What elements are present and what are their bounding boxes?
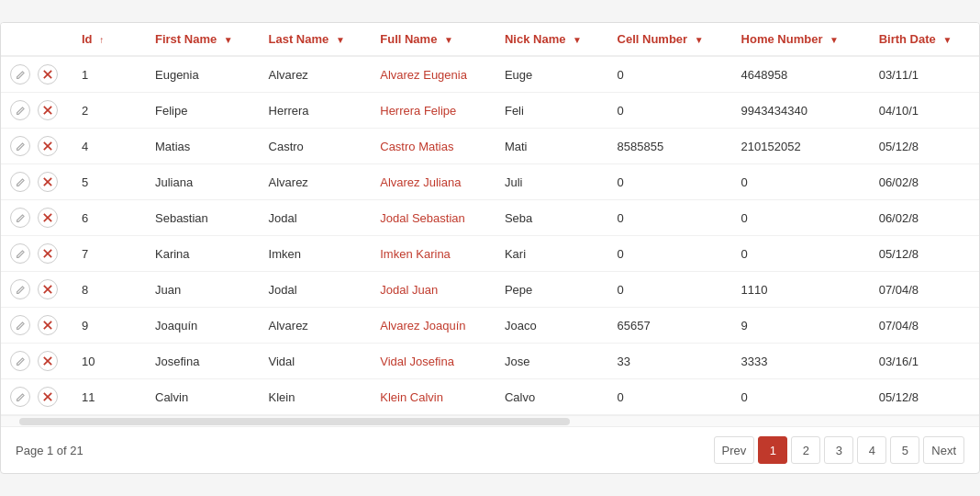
cell-lastname: Alvarez (262, 308, 373, 344)
page-4-button[interactable]: 4 (857, 436, 886, 464)
cell-birthdate: 07/04/8 (872, 308, 979, 344)
sort-icon-birthdate: ▼ (942, 35, 952, 45)
page-2-button[interactable]: 2 (791, 436, 820, 464)
col-header-id[interactable]: Id ↑ (74, 23, 148, 56)
cell-fullname[interactable]: Klein Calvin (373, 379, 497, 415)
table-footer: Page 1 of 21 Prev 1 2 3 4 5 Next (1, 426, 979, 473)
edit-button[interactable] (10, 208, 30, 228)
cell-cellnumber: 0 (610, 200, 734, 236)
edit-button[interactable] (10, 279, 30, 299)
col-header-firstname[interactable]: First Name ▼ (148, 23, 262, 56)
cell-firstname: Josefina (148, 344, 262, 379)
horizontal-scrollbar[interactable] (1, 415, 979, 426)
cell-fullname[interactable]: Herrera Felipe (373, 93, 497, 129)
col-header-birthdate[interactable]: Birth Date ▼ (872, 23, 979, 56)
cell-fullname[interactable]: Alvarez Juliana (373, 164, 497, 200)
col-header-cellnumber[interactable]: Cell Number ▼ (610, 23, 734, 56)
cell-lastname: Vidal (262, 344, 373, 379)
cell-fullname[interactable]: Jodal Juan (373, 272, 497, 308)
cell-birthdate: 03/11/1 (872, 56, 979, 93)
delete-button[interactable] (38, 208, 58, 228)
cell-firstname: Juliana (148, 164, 262, 200)
cell-id: 7 (74, 236, 148, 272)
cell-firstname: Felipe (148, 93, 262, 129)
col-header-homenumber[interactable]: Home Number ▼ (734, 23, 872, 56)
edit-button[interactable] (10, 172, 30, 192)
cell-cellnumber: 0 (610, 272, 734, 308)
page-3-button[interactable]: 3 (824, 436, 853, 464)
edit-button[interactable] (10, 136, 30, 156)
cell-homenumber: 9 (734, 308, 872, 344)
cell-fullname[interactable]: Alvarez Joaquín (373, 308, 497, 344)
delete-button[interactable] (38, 64, 58, 85)
cell-id: 11 (74, 379, 148, 415)
row-actions (1, 344, 74, 379)
cell-lastname: Imken (262, 236, 373, 272)
cell-id: 10 (74, 344, 148, 379)
prev-button[interactable]: Prev (714, 436, 755, 464)
cell-homenumber: 3333 (734, 344, 872, 379)
col-header-nickname[interactable]: Nick Name ▼ (497, 23, 610, 56)
table-row: 4 Matias Castro Castro Matias Mati 85858… (1, 129, 979, 164)
edit-button[interactable] (10, 100, 30, 120)
table-row: 8 Juan Jodal Jodal Juan Pepe 0 1110 07/0… (1, 272, 979, 308)
cell-fullname[interactable]: Vidal Josefina (373, 344, 497, 379)
edit-button[interactable] (10, 387, 30, 407)
table-row: 6 Sebastian Jodal Jodal Sebastian Seba 0… (1, 200, 979, 236)
cell-nickname: Joaco (497, 308, 610, 344)
col-header-lastname[interactable]: Last Name ▼ (262, 23, 373, 56)
cell-firstname: Juan (148, 272, 262, 308)
row-actions (1, 200, 74, 236)
page-1-button[interactable]: 1 (758, 436, 787, 464)
data-table-container: Id ↑ First Name ▼ Last Name ▼ Full Name … (0, 22, 980, 474)
col-header-fullname[interactable]: Full Name ▼ (373, 23, 497, 56)
cell-homenumber: 0 (734, 200, 872, 236)
next-button[interactable]: Next (923, 436, 964, 464)
pagination: Prev 1 2 3 4 5 Next (714, 436, 964, 464)
table-row: 5 Juliana Alvarez Alvarez Juliana Juli 0… (1, 164, 979, 200)
table-row: 7 Karina Imken Imken Karina Kari 0 0 05/… (1, 236, 979, 272)
delete-button[interactable] (38, 351, 58, 371)
cell-nickname: Mati (497, 129, 610, 164)
delete-button[interactable] (38, 279, 58, 299)
edit-button[interactable] (10, 315, 30, 335)
table-row: 9 Joaquín Alvarez Alvarez Joaquín Joaco … (1, 308, 979, 344)
row-actions (1, 379, 74, 415)
cell-fullname[interactable]: Imken Karina (373, 236, 497, 272)
cell-id: 1 (74, 56, 148, 93)
cell-id: 4 (74, 129, 148, 164)
delete-button[interactable] (38, 315, 58, 335)
cell-cellnumber: 0 (610, 379, 734, 415)
cell-firstname: Joaquín (148, 308, 262, 344)
cell-homenumber: 0 (734, 164, 872, 200)
page-5-button[interactable]: 5 (890, 436, 919, 464)
cell-homenumber: 1110 (734, 272, 872, 308)
edit-button[interactable] (10, 243, 30, 264)
delete-button[interactable] (38, 172, 58, 192)
cell-lastname: Herrera (262, 93, 373, 129)
cell-birthdate: 05/12/8 (872, 379, 979, 415)
table-row: 10 Josefina Vidal Vidal Josefina Jose 33… (1, 344, 979, 379)
cell-nickname: Calvo (497, 379, 610, 415)
delete-button[interactable] (38, 100, 58, 120)
cell-homenumber: 4648958 (734, 56, 872, 93)
edit-button[interactable] (10, 351, 30, 371)
cell-birthdate: 06/02/8 (872, 200, 979, 236)
delete-button[interactable] (38, 387, 58, 407)
cell-birthdate: 07/04/8 (872, 272, 979, 308)
cell-nickname: Juli (497, 164, 610, 200)
edit-button[interactable] (10, 64, 30, 85)
delete-button[interactable] (38, 136, 58, 156)
cell-lastname: Alvarez (262, 164, 373, 200)
cell-fullname[interactable]: Alvarez Eugenia (373, 56, 497, 93)
data-table: Id ↑ First Name ▼ Last Name ▼ Full Name … (1, 23, 979, 415)
delete-button[interactable] (38, 243, 58, 264)
cell-fullname[interactable]: Jodal Sebastian (373, 200, 497, 236)
row-actions (1, 236, 74, 272)
cell-cellnumber: 33 (610, 344, 734, 379)
table-row: 1 Eugenia Alvarez Alvarez Eugenia Euge 0… (1, 56, 979, 93)
cell-nickname: Seba (497, 200, 610, 236)
cell-fullname[interactable]: Castro Matias (373, 129, 497, 164)
cell-cellnumber: 8585855 (610, 129, 734, 164)
row-actions (1, 164, 74, 200)
